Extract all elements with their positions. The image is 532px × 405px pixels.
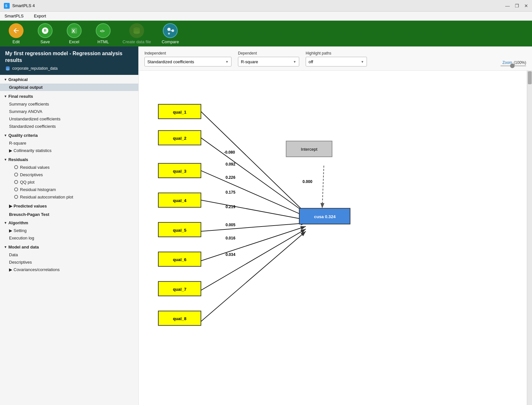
sidebar-item-standardized[interactable]: Standardized coefficients <box>0 123 138 130</box>
sidebar-item-collinearity[interactable]: ▶ Collinearity statistics <box>0 147 138 154</box>
sidebar-item-breusch-pagan[interactable]: Breusch-Pagan Test <box>0 211 138 218</box>
section-final-results: ▼ Final results Summary coefficients Sum… <box>0 92 138 131</box>
residuals-arrow: ▼ <box>4 158 7 161</box>
node-intercept-label: Intercept <box>301 147 318 152</box>
maximize-button[interactable]: ❐ <box>515 3 519 8</box>
radio-residual-autocorrelation[interactable] <box>14 195 18 199</box>
independent-value: Standardized coefficients <box>147 59 194 64</box>
sidebar-item-descriptives2[interactable]: Descriptives <box>0 258 138 266</box>
zoom-thumb[interactable] <box>510 64 515 68</box>
edit-label: Edit <box>13 39 20 44</box>
highlight-control: Highlight paths off ▼ <box>306 51 367 66</box>
dependent-select[interactable]: R-square ▼ <box>238 57 299 66</box>
sidebar-item-qq-plot[interactable]: QQ plot <box>0 178 138 186</box>
dependent-label: Dependent <box>238 51 299 56</box>
minimize-button[interactable]: — <box>505 3 510 8</box>
svg-point-11 <box>168 33 170 35</box>
sidebar-item-execution-log[interactable]: Execution log <box>0 234 138 242</box>
menu-smartpls[interactable]: SmartPLS <box>3 13 25 19</box>
excel-button[interactable]: X Excel <box>64 23 84 44</box>
collinearity-arrow: ▶ <box>9 148 12 153</box>
model-data-arrow: ▼ <box>4 245 7 249</box>
scrollbar-vertical[interactable] <box>527 71 532 405</box>
radio-qq-plot[interactable] <box>14 180 18 184</box>
menu-export[interactable]: Export <box>32 13 48 19</box>
sidebar-item-summary-coefficients[interactable]: Summary coefficients <box>0 100 138 108</box>
arrow-qual6-cusa <box>201 226 306 261</box>
node-qual3-label: qual_3 <box>173 169 186 174</box>
coeff-label-7: 0.016 <box>225 236 235 240</box>
sidebar-item-residual-autocorrelation[interactable]: Residual autocorrelation plot <box>0 193 138 201</box>
create-data-label: Create data file <box>123 39 151 44</box>
coeff-label-6: 0.005 <box>225 223 235 227</box>
section-graphical-header[interactable]: ▼ Graphical <box>0 76 138 84</box>
compare-icon <box>163 23 178 38</box>
sidebar-item-data[interactable]: Data <box>0 251 138 258</box>
dependent-value: R-square <box>241 59 258 64</box>
section-model-data-header[interactable]: ▼ Model and data <box>0 243 138 251</box>
sidebar-header: My first regression model - Regression a… <box>0 46 138 75</box>
title-bar: S SmartPLS 4 — ❐ ✕ <box>0 0 532 12</box>
sidebar-item-r-square[interactable]: R-square <box>0 139 138 147</box>
radio-residual-histogram[interactable] <box>14 187 18 191</box>
coeff-label-5: 0.219 <box>225 205 235 209</box>
zoom-slider-container <box>500 65 526 66</box>
project-title: My first regression model - Regression a… <box>5 50 133 64</box>
dependent-select-arrow: ▼ <box>293 60 296 64</box>
svg-point-9 <box>133 31 140 34</box>
predicted-arrow: ▶ <box>9 204 12 208</box>
zoom-slider[interactable] <box>500 65 526 66</box>
sidebar-item-descriptives[interactable]: Descriptives <box>0 171 138 178</box>
coeff-label-1: -0.080 <box>224 150 235 155</box>
section-quality-header[interactable]: ▼ Quality criteria <box>0 131 138 139</box>
highlight-value: off <box>309 59 313 64</box>
sidebar-item-residual-values[interactable]: Residual values <box>0 164 138 171</box>
save-button[interactable]: Save <box>35 23 55 44</box>
node-qual5-label: qual_5 <box>173 228 186 233</box>
independent-select[interactable]: Standardized coefficients ▼ <box>144 57 232 66</box>
create-data-button[interactable]: Create data file <box>123 23 151 44</box>
sidebar-item-summary-anova[interactable]: Summary ANOVA <box>0 108 138 115</box>
quality-label: Quality criteria <box>8 133 38 138</box>
scrollbar-thumb[interactable] <box>528 71 532 84</box>
radio-descriptives[interactable] <box>14 173 18 177</box>
sidebar-item-graphical-output[interactable]: Graphical output <box>0 84 138 91</box>
predicted-label: Predicted values <box>14 204 47 208</box>
section-algorithm: ▼ Algorithm ▶ Setting Execution log <box>0 218 138 242</box>
zoom-control: Zoom (100%) <box>500 59 526 66</box>
excel-label: Excel <box>69 39 79 44</box>
html-button[interactable]: </> HTML <box>94 23 113 44</box>
edit-button[interactable]: Edit <box>6 23 26 44</box>
independent-label: Independent <box>144 51 232 56</box>
node-qual1-label: qual_1 <box>173 110 186 115</box>
section-residuals-header[interactable]: ▼ Residuals <box>0 156 138 164</box>
section-graphical: ▼ Graphical Graphical output <box>0 75 138 92</box>
close-button[interactable]: ✕ <box>524 3 528 8</box>
svg-text:X: X <box>72 28 75 34</box>
app-title: SmartPLS 4 <box>12 3 35 8</box>
coeff-label-2: 0.092 <box>225 162 235 167</box>
collinearity-label: Collinearity statistics <box>14 148 52 153</box>
svg-point-17 <box>6 69 10 70</box>
covariances-arrow: ▶ <box>9 267 12 272</box>
predicted-values-header[interactable]: ▶ Predicted values <box>0 202 138 210</box>
graph-area: qual_1 qual_2 qual_3 qual_4 qual_5 qual_… <box>139 71 532 405</box>
highlight-select[interactable]: off ▼ <box>306 57 367 66</box>
menu-bar: SmartPLS Export <box>0 12 532 21</box>
window-controls[interactable]: — ❐ ✕ <box>505 3 528 8</box>
controls-bar: Independent Standardized coefficients ▼ … <box>139 46 532 71</box>
section-final-results-header[interactable]: ▼ Final results <box>0 92 138 100</box>
highlight-select-arrow: ▼ <box>361 60 364 64</box>
save-icon <box>38 23 53 38</box>
graph-svg: qual_1 qual_2 qual_3 qual_4 qual_5 qual_… <box>139 71 532 405</box>
sidebar-item-setting[interactable]: ▶ Setting <box>0 227 138 234</box>
sidebar-item-residual-histogram[interactable]: Residual histogram <box>0 186 138 193</box>
section-algorithm-header[interactable]: ▼ Algorithm <box>0 219 138 227</box>
sidebar-item-unstandardized[interactable]: Unstandardized coefficients <box>0 115 138 123</box>
radio-residual-values[interactable] <box>14 165 18 169</box>
compare-button[interactable]: Compare <box>161 23 180 44</box>
arrow-qual7-cusa <box>201 229 306 290</box>
highlight-label: Highlight paths <box>306 51 367 56</box>
independent-control: Independent Standardized coefficients ▼ <box>144 51 232 66</box>
sidebar-item-covariances[interactable]: ▶ Covariances/correlations <box>0 266 138 273</box>
